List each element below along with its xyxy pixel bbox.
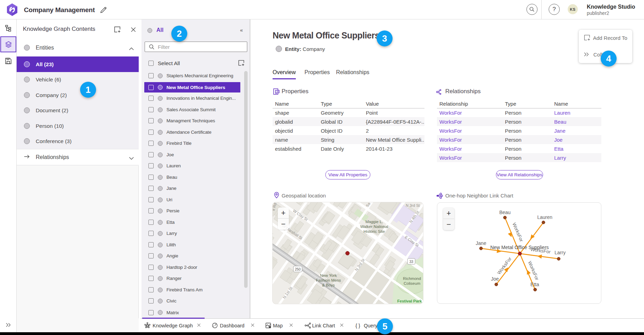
svg-text:Coliseum: Coliseum	[404, 281, 420, 285]
svg-text:Joe: Joe	[491, 276, 499, 282]
svg-text:Maggie L.: Maggie L.	[366, 220, 383, 224]
svg-text:Beau: Beau	[499, 210, 511, 215]
svg-text:Larry: Larry	[555, 250, 566, 255]
svg-text:Etta: Etta	[531, 282, 539, 287]
svg-text:& Boys: & Boys	[322, 283, 335, 287]
svg-text:Lauren: Lauren	[537, 214, 552, 220]
svg-text:New York: New York	[320, 273, 337, 277]
svg-text:Festival Park: Festival Park	[397, 299, 422, 303]
svg-text:Jane: Jane	[476, 240, 487, 246]
svg-text:WorksFor: WorksFor	[527, 260, 540, 281]
svg-text:N 3rd St: N 3rd St	[406, 203, 420, 208]
svg-text:Richmond: Richmond	[403, 276, 421, 281]
svg-text:250: 250	[295, 267, 301, 271]
svg-text:Historic Site: Historic Site	[363, 229, 385, 233]
svg-text:WorksFor: WorksFor	[512, 222, 524, 243]
svg-text:Walker National: Walker National	[360, 224, 388, 229]
svg-text:Fashion Mens: Fashion Mens	[316, 278, 341, 282]
svg-text:33: 33	[409, 260, 413, 264]
